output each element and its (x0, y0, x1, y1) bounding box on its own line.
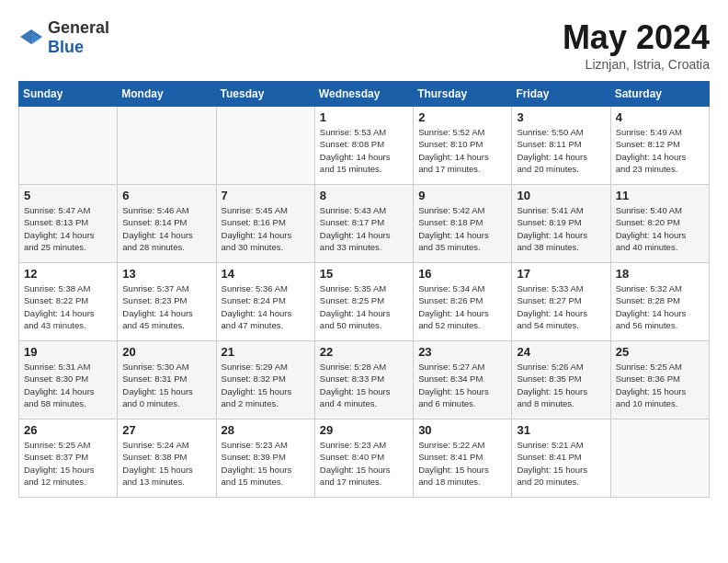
cell-info: Sunrise: 5:35 AMSunset: 8:25 PMDaylight:… (320, 282, 408, 331)
calendar-week-row: 12Sunrise: 5:38 AMSunset: 8:22 PMDayligh… (19, 263, 710, 341)
calendar-cell: 7Sunrise: 5:45 AMSunset: 8:16 PMDaylight… (216, 185, 314, 263)
day-number: 26 (24, 423, 112, 437)
calendar-cell: 8Sunrise: 5:43 AMSunset: 8:17 PMDaylight… (314, 185, 413, 263)
calendar-cell: 31Sunrise: 5:21 AMSunset: 8:41 PMDayligh… (512, 419, 610, 498)
weekday-header: Friday (512, 82, 610, 107)
calendar-cell: 3Sunrise: 5:50 AMSunset: 8:11 PMDaylight… (512, 107, 610, 185)
calendar-cell: 13Sunrise: 5:37 AMSunset: 8:23 PMDayligh… (118, 263, 216, 341)
day-number: 11 (616, 189, 704, 202)
calendar-cell: 9Sunrise: 5:42 AMSunset: 8:18 PMDaylight… (414, 185, 512, 263)
day-number: 28 (222, 423, 310, 437)
cell-info: Sunrise: 5:43 AMSunset: 8:17 PMDaylight:… (320, 204, 408, 253)
calendar-header: SundayMondayTuesdayWednesdayThursdayFrid… (19, 82, 710, 107)
cell-info: Sunrise: 5:38 AMSunset: 8:22 PMDaylight:… (24, 282, 112, 331)
calendar-cell: 10Sunrise: 5:41 AMSunset: 8:19 PMDayligh… (512, 185, 610, 263)
cell-info: Sunrise: 5:37 AMSunset: 8:23 PMDaylight:… (122, 282, 210, 331)
calendar-week-row: 19Sunrise: 5:31 AMSunset: 8:30 PMDayligh… (19, 341, 710, 419)
month-title: May 2024 (563, 18, 710, 57)
weekday-header: Monday (118, 82, 216, 107)
cell-info: Sunrise: 5:29 AMSunset: 8:32 PMDaylight:… (222, 361, 310, 409)
logo: General Blue (18, 18, 109, 57)
day-number: 8 (320, 189, 408, 202)
calendar-cell: 5Sunrise: 5:47 AMSunset: 8:13 PMDaylight… (19, 185, 118, 263)
calendar-cell: 4Sunrise: 5:49 AMSunset: 8:12 PMDaylight… (610, 107, 709, 185)
logo-blue: Blue (48, 38, 84, 56)
cell-info: Sunrise: 5:24 AMSunset: 8:38 PMDaylight:… (122, 439, 210, 488)
cell-info: Sunrise: 5:32 AMSunset: 8:28 PMDaylight:… (616, 282, 704, 331)
day-number: 29 (320, 423, 408, 437)
calendar-cell: 26Sunrise: 5:25 AMSunset: 8:37 PMDayligh… (19, 419, 118, 498)
location: Liznjan, Istria, Croatia (563, 57, 710, 72)
calendar-cell: 19Sunrise: 5:31 AMSunset: 8:30 PMDayligh… (19, 341, 118, 419)
day-number: 7 (222, 189, 310, 202)
day-number: 2 (418, 110, 506, 124)
day-number: 14 (222, 267, 310, 281)
day-number: 6 (122, 189, 210, 202)
calendar-cell: 17Sunrise: 5:33 AMSunset: 8:27 PMDayligh… (512, 263, 610, 341)
weekday-row: SundayMondayTuesdayWednesdayThursdayFrid… (19, 82, 710, 107)
cell-info: Sunrise: 5:49 AMSunset: 8:12 PMDaylight:… (616, 126, 704, 175)
cell-info: Sunrise: 5:23 AMSunset: 8:39 PMDaylight:… (222, 439, 310, 488)
cell-info: Sunrise: 5:25 AMSunset: 8:37 PMDaylight:… (24, 439, 112, 488)
calendar-week-row: 26Sunrise: 5:25 AMSunset: 8:37 PMDayligh… (19, 419, 710, 498)
cell-info: Sunrise: 5:33 AMSunset: 8:27 PMDaylight:… (517, 282, 605, 331)
calendar-cell: 21Sunrise: 5:29 AMSunset: 8:32 PMDayligh… (216, 341, 314, 419)
logo-text: General Blue (48, 18, 109, 57)
weekday-header: Saturday (610, 82, 709, 107)
title-block: May 2024 Liznjan, Istria, Croatia (563, 18, 710, 72)
day-number: 16 (418, 267, 506, 281)
cell-info: Sunrise: 5:34 AMSunset: 8:26 PMDaylight:… (418, 282, 506, 331)
cell-info: Sunrise: 5:52 AMSunset: 8:10 PMDaylight:… (418, 126, 506, 175)
cell-info: Sunrise: 5:26 AMSunset: 8:35 PMDaylight:… (517, 361, 605, 409)
day-number: 10 (517, 189, 605, 202)
cell-info: Sunrise: 5:25 AMSunset: 8:36 PMDaylight:… (616, 361, 704, 409)
calendar-cell: 24Sunrise: 5:26 AMSunset: 8:35 PMDayligh… (512, 341, 610, 419)
calendar-cell: 27Sunrise: 5:24 AMSunset: 8:38 PMDayligh… (118, 419, 216, 498)
cell-info: Sunrise: 5:23 AMSunset: 8:40 PMDaylight:… (320, 439, 408, 488)
cell-info: Sunrise: 5:22 AMSunset: 8:41 PMDaylight:… (418, 439, 506, 488)
day-number: 23 (418, 345, 506, 359)
weekday-header: Wednesday (314, 82, 413, 107)
cell-info: Sunrise: 5:46 AMSunset: 8:14 PMDaylight:… (122, 204, 210, 253)
day-number: 13 (122, 267, 210, 281)
cell-info: Sunrise: 5:21 AMSunset: 8:41 PMDaylight:… (517, 439, 605, 488)
calendar-cell: 22Sunrise: 5:28 AMSunset: 8:33 PMDayligh… (314, 341, 413, 419)
calendar-cell: 25Sunrise: 5:25 AMSunset: 8:36 PMDayligh… (610, 341, 709, 419)
calendar-body: 1Sunrise: 5:53 AMSunset: 8:08 PMDaylight… (19, 107, 710, 498)
day-number: 21 (222, 345, 310, 359)
calendar-cell: 11Sunrise: 5:40 AMSunset: 8:20 PMDayligh… (610, 185, 709, 263)
weekday-header: Sunday (19, 82, 118, 107)
calendar-cell: 16Sunrise: 5:34 AMSunset: 8:26 PMDayligh… (414, 263, 512, 341)
calendar-week-row: 1Sunrise: 5:53 AMSunset: 8:08 PMDaylight… (19, 107, 710, 185)
page-header: General Blue May 2024 Liznjan, Istria, C… (18, 18, 710, 72)
cell-info: Sunrise: 5:28 AMSunset: 8:33 PMDaylight:… (320, 361, 408, 409)
calendar-cell (118, 107, 216, 185)
calendar-cell: 23Sunrise: 5:27 AMSunset: 8:34 PMDayligh… (414, 341, 512, 419)
cell-info: Sunrise: 5:53 AMSunset: 8:08 PMDaylight:… (320, 126, 408, 175)
day-number: 1 (320, 110, 408, 124)
calendar-cell: 28Sunrise: 5:23 AMSunset: 8:39 PMDayligh… (216, 419, 314, 498)
cell-info: Sunrise: 5:30 AMSunset: 8:31 PMDaylight:… (122, 361, 210, 409)
weekday-header: Tuesday (216, 82, 314, 107)
calendar-cell: 1Sunrise: 5:53 AMSunset: 8:08 PMDaylight… (314, 107, 413, 185)
day-number: 19 (24, 345, 112, 359)
calendar-cell: 20Sunrise: 5:30 AMSunset: 8:31 PMDayligh… (118, 341, 216, 419)
calendar-cell: 18Sunrise: 5:32 AMSunset: 8:28 PMDayligh… (610, 263, 709, 341)
day-number: 15 (320, 267, 408, 281)
calendar-cell: 12Sunrise: 5:38 AMSunset: 8:22 PMDayligh… (19, 263, 118, 341)
cell-info: Sunrise: 5:36 AMSunset: 8:24 PMDaylight:… (222, 282, 310, 331)
calendar-cell: 6Sunrise: 5:46 AMSunset: 8:14 PMDaylight… (118, 185, 216, 263)
logo-general: General (48, 18, 109, 37)
calendar-cell: 14Sunrise: 5:36 AMSunset: 8:24 PMDayligh… (216, 263, 314, 341)
day-number: 31 (517, 423, 605, 437)
cell-info: Sunrise: 5:50 AMSunset: 8:11 PMDaylight:… (517, 126, 605, 175)
cell-info: Sunrise: 5:40 AMSunset: 8:20 PMDaylight:… (616, 204, 704, 253)
calendar-cell: 30Sunrise: 5:22 AMSunset: 8:41 PMDayligh… (414, 419, 512, 498)
day-number: 3 (517, 110, 605, 124)
weekday-header: Thursday (414, 82, 512, 107)
cell-info: Sunrise: 5:45 AMSunset: 8:16 PMDaylight:… (222, 204, 310, 253)
cell-info: Sunrise: 5:27 AMSunset: 8:34 PMDaylight:… (418, 361, 506, 409)
cell-info: Sunrise: 5:41 AMSunset: 8:19 PMDaylight:… (517, 204, 605, 253)
calendar-cell (216, 107, 314, 185)
day-number: 5 (24, 189, 112, 202)
